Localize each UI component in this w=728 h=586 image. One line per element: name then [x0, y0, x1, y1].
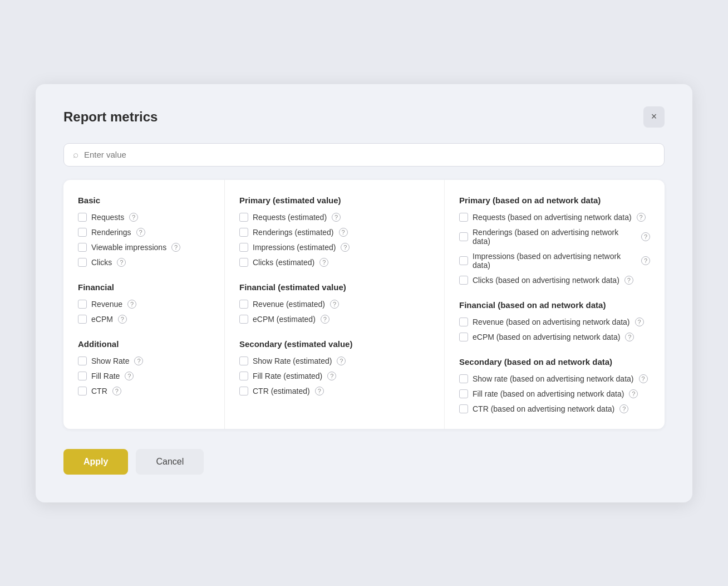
- checkbox-row[interactable]: Clicks (based on advertising network dat…: [459, 276, 650, 285]
- columns-container: BasicRequests?Renderings?Viewable impres…: [63, 180, 665, 429]
- search-icon: ⌕: [73, 149, 78, 160]
- checkbox-row[interactable]: eCPM?: [78, 315, 210, 324]
- dialog-title: Report metrics: [63, 109, 158, 125]
- checkbox[interactable]: [239, 315, 248, 324]
- checkbox[interactable]: [78, 258, 87, 267]
- checkbox[interactable]: [459, 232, 468, 241]
- checkbox[interactable]: [239, 387, 248, 395]
- checkbox[interactable]: [459, 374, 468, 383]
- checkbox[interactable]: [239, 258, 248, 267]
- checkbox-row[interactable]: Show Rate?: [78, 357, 210, 365]
- help-icon[interactable]: ?: [624, 276, 633, 285]
- checkbox-row[interactable]: Revenue?: [78, 300, 210, 309]
- checkbox-row[interactable]: Fill Rate?: [78, 372, 210, 380]
- cancel-button[interactable]: Cancel: [136, 449, 204, 475]
- help-icon[interactable]: ?: [629, 389, 638, 398]
- checkbox[interactable]: [78, 315, 87, 324]
- checkbox-row[interactable]: Requests (based on advertising network d…: [459, 213, 650, 222]
- checkbox-row[interactable]: Revenue (estimated)?: [239, 300, 430, 309]
- help-icon[interactable]: ?: [315, 387, 324, 395]
- help-icon[interactable]: ?: [125, 372, 134, 380]
- column-network: Primary (based on ad network data)Reques…: [445, 180, 665, 429]
- checkbox-row[interactable]: Requests?: [78, 213, 210, 222]
- help-icon[interactable]: ?: [134, 357, 143, 365]
- help-icon[interactable]: ?: [637, 213, 646, 222]
- checkbox[interactable]: [239, 372, 248, 380]
- checkbox-row[interactable]: Clicks?: [78, 258, 210, 267]
- help-icon[interactable]: ?: [635, 318, 644, 326]
- checkbox[interactable]: [459, 404, 468, 413]
- section: Financial (estimated value)Revenue (esti…: [239, 282, 430, 324]
- checkbox[interactable]: [459, 276, 468, 285]
- help-icon[interactable]: ?: [337, 357, 346, 365]
- checkbox-row[interactable]: Renderings (based on advertising network…: [459, 228, 650, 246]
- checkbox[interactable]: [239, 243, 248, 252]
- checkbox[interactable]: [78, 357, 87, 365]
- help-icon[interactable]: ?: [118, 315, 127, 324]
- help-icon[interactable]: ?: [341, 243, 350, 252]
- help-icon[interactable]: ?: [112, 387, 121, 395]
- checkbox-label: Impressions (based on advertising networ…: [473, 252, 636, 270]
- help-icon[interactable]: ?: [327, 372, 336, 380]
- help-icon[interactable]: ?: [641, 232, 650, 241]
- checkbox-label: Viewable impressions: [91, 243, 166, 252]
- checkbox-row[interactable]: Revenue (based on advertising network da…: [459, 318, 650, 326]
- help-icon[interactable]: ?: [319, 258, 328, 267]
- help-icon[interactable]: ?: [129, 213, 138, 222]
- checkbox[interactable]: [459, 213, 468, 222]
- section-title: Financial: [78, 282, 210, 292]
- checkbox[interactable]: [78, 300, 87, 309]
- checkbox-label: CTR: [91, 387, 107, 395]
- checkbox[interactable]: [239, 228, 248, 237]
- checkbox-row[interactable]: Show rate (based on advertising network …: [459, 374, 650, 383]
- checkbox-row[interactable]: Fill Rate (estimated)?: [239, 372, 430, 380]
- checkbox[interactable]: [78, 228, 87, 237]
- checkbox-row[interactable]: eCPM (based on advertising network data)…: [459, 333, 650, 341]
- section-title: Secondary (estimated value): [239, 339, 430, 349]
- help-icon[interactable]: ?: [639, 374, 648, 383]
- checkbox-row[interactable]: Clicks (estimated)?: [239, 258, 430, 267]
- checkbox-row[interactable]: Impressions (estimated)?: [239, 243, 430, 252]
- checkbox-row[interactable]: CTR (estimated)?: [239, 387, 430, 395]
- checkbox-row[interactable]: CTR?: [78, 387, 210, 395]
- section-title: Basic: [78, 196, 210, 205]
- help-icon[interactable]: ?: [321, 315, 329, 324]
- checkbox-row[interactable]: Viewable impressions?: [78, 243, 210, 252]
- checkbox-row[interactable]: eCPM (estimated)?: [239, 315, 430, 324]
- help-icon[interactable]: ?: [136, 228, 145, 237]
- help-icon[interactable]: ?: [625, 333, 634, 341]
- dialog-header: Report metrics ×: [63, 106, 665, 128]
- checkbox-label: Show rate (based on advertising network …: [473, 374, 634, 383]
- search-input[interactable]: [84, 150, 655, 159]
- help-icon[interactable]: ?: [339, 228, 348, 237]
- checkbox[interactable]: [78, 243, 87, 252]
- help-icon[interactable]: ?: [127, 300, 136, 309]
- help-icon[interactable]: ?: [619, 404, 628, 413]
- help-icon[interactable]: ?: [171, 243, 180, 252]
- report-metrics-dialog: Report metrics × ⌕ BasicRequests?Renderi…: [36, 84, 692, 502]
- checkbox[interactable]: [239, 300, 248, 309]
- checkbox-row[interactable]: Renderings?: [78, 228, 210, 237]
- checkbox[interactable]: [78, 372, 87, 380]
- checkbox[interactable]: [239, 213, 248, 222]
- checkbox[interactable]: [78, 213, 87, 222]
- checkbox[interactable]: [459, 389, 468, 398]
- checkbox-row[interactable]: Renderings (estimated)?: [239, 228, 430, 237]
- checkbox[interactable]: [459, 333, 468, 341]
- checkbox[interactable]: [78, 387, 87, 395]
- checkbox[interactable]: [459, 318, 468, 326]
- close-button[interactable]: ×: [643, 106, 665, 128]
- checkbox[interactable]: [239, 357, 248, 365]
- help-icon[interactable]: ?: [641, 256, 650, 265]
- help-icon[interactable]: ?: [117, 258, 126, 267]
- checkbox-label: Renderings (based on advertising network…: [473, 228, 636, 246]
- checkbox[interactable]: [459, 256, 468, 265]
- help-icon[interactable]: ?: [330, 300, 339, 309]
- checkbox-row[interactable]: Show Rate (estimated)?: [239, 357, 430, 365]
- apply-button[interactable]: Apply: [63, 449, 128, 475]
- checkbox-row[interactable]: CTR (based on advertising network data)?: [459, 404, 650, 413]
- checkbox-row[interactable]: Impressions (based on advertising networ…: [459, 252, 650, 270]
- checkbox-row[interactable]: Requests (estimated)?: [239, 213, 430, 222]
- checkbox-row[interactable]: Fill rate (based on advertising network …: [459, 389, 650, 398]
- help-icon[interactable]: ?: [332, 213, 341, 222]
